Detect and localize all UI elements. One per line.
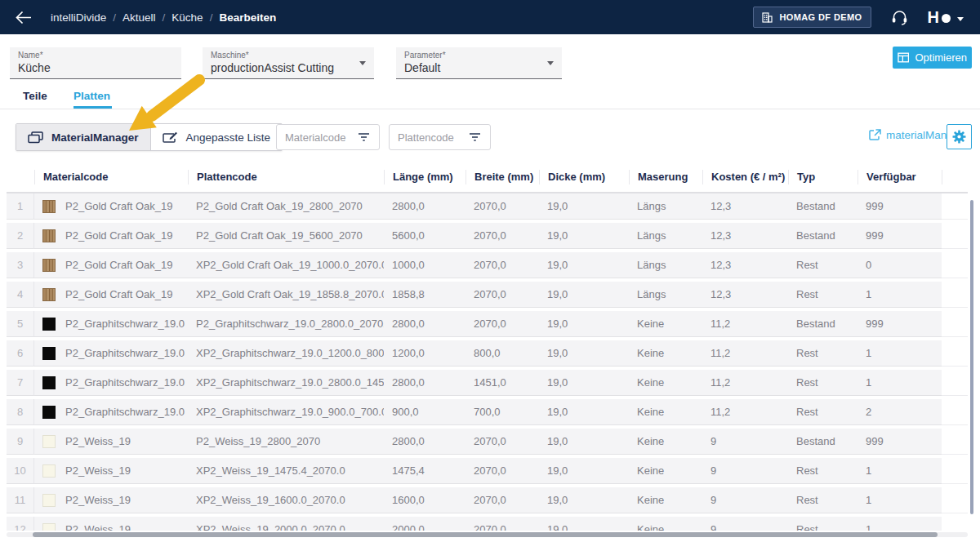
horizontal-scrollbar-track[interactable] — [7, 532, 968, 537]
tab-platten[interactable]: Platten — [74, 90, 110, 102]
material-manager-toggle[interactable]: MaterialManager — [16, 124, 151, 150]
kosten-cell: 11,2 — [702, 399, 788, 425]
verfuegbar-cell: 999 — [858, 223, 942, 249]
column-header[interactable]: Dicke (mm) — [539, 170, 629, 184]
kosten-cell: 11,2 — [702, 311, 788, 337]
materialcode-cell: P2_Gold Craft Oak_19 — [34, 193, 188, 220]
table-row[interactable]: 12P2_Weiss_19XP2_Weiss_19_2000.0_2070.02… — [7, 517, 968, 531]
verfuegbar-cell: 1 — [858, 487, 942, 513]
row-filler — [942, 223, 968, 249]
machine-select[interactable]: Maschine* productionAssist Cutting — [203, 47, 374, 79]
tab-teile[interactable]: Teile — [23, 90, 47, 102]
materialcode-filter-input[interactable] — [277, 131, 358, 144]
table-settings-button[interactable] — [947, 124, 972, 149]
typ-cell: Bestand — [788, 311, 858, 337]
name-field[interactable]: Name* Küche — [10, 47, 181, 79]
column-header[interactable]: Plattencode — [188, 170, 384, 184]
table-row[interactable]: 11P2_Weiss_19XP2_Weiss_19_1600.0_2070.01… — [7, 487, 968, 513]
table-row[interactable]: 6P2_Graphitschwarz_19.0XP2_Graphitschwar… — [7, 340, 968, 367]
column-header[interactable]: Materialcode — [34, 170, 188, 184]
typ-cell: Rest — [788, 399, 858, 425]
row-filler — [942, 370, 968, 396]
support-button[interactable] — [891, 10, 908, 25]
back-button[interactable] — [15, 9, 34, 25]
dicke-cell: 19,0 — [539, 193, 629, 220]
account-menu[interactable]: H — [928, 9, 964, 25]
row-number: 12 — [7, 517, 34, 531]
typ-cell: Rest — [788, 282, 858, 308]
vertical-scrollbar-thumb[interactable] — [970, 200, 973, 514]
breadcrumb: intelliDivide / Aktuell / Küche / Bearbe… — [51, 11, 276, 24]
material-swatch-white — [42, 435, 56, 448]
column-header[interactable]: Kosten (€ / m²) — [702, 170, 788, 184]
table-row[interactable]: 1P2_Gold Craft Oak_19P2_Gold Craft Oak_1… — [7, 193, 968, 220]
table-row[interactable]: 9P2_Weiss_19P2_Weiss_19_2800_20702800,02… — [7, 429, 968, 455]
materialcode-cell: P2_Gold Craft Oak_19 — [34, 223, 188, 249]
plattencode-cell: P2_Graphitschwarz_19.0_2800.0_2070.0 — [188, 311, 384, 337]
maserung-cell: Keine — [629, 340, 702, 367]
dicke-cell: 19,0 — [539, 429, 629, 455]
chevron-down-icon — [547, 61, 554, 65]
breite-cell: 2070,0 — [466, 517, 539, 531]
homag-logo: H — [928, 9, 939, 25]
breadcrumb-kueche[interactable]: Küche — [172, 11, 203, 24]
column-header[interactable]: Verfügbar — [858, 170, 942, 184]
verfuegbar-cell: 999 — [858, 311, 942, 337]
column-header[interactable]: Breite (mm) — [466, 170, 539, 184]
row-filler — [942, 282, 968, 308]
material-swatch-oak — [42, 288, 56, 301]
column-header[interactable]: Länge (mm) — [384, 170, 466, 184]
column-header[interactable]: Maserung — [629, 170, 702, 184]
breadcrumb-app[interactable]: intelliDivide — [51, 11, 106, 24]
filter-icon[interactable] — [469, 132, 481, 142]
row-filler — [942, 487, 968, 513]
table-row[interactable]: 10P2_Weiss_19XP2_Weiss_19_1475.4_2070.01… — [7, 458, 968, 484]
plattencode-cell: XP2_Gold Craft Oak_19_1000.0_2070.0 — [188, 252, 384, 278]
materialcode-cell: P2_Graphitschwarz_19.0 — [34, 311, 188, 337]
filter-icon[interactable] — [358, 132, 370, 142]
parameter-select[interactable]: Parameter* Default — [396, 47, 562, 79]
breadcrumb-aktuell[interactable]: Aktuell — [122, 11, 156, 24]
optimize-button[interactable]: Optimieren — [893, 47, 972, 69]
materialcode-value: P2_Graphitschwarz_19.0 — [65, 347, 185, 359]
dicke-cell: 19,0 — [539, 252, 629, 278]
materialcode-cell: P2_Weiss_19 — [34, 517, 188, 531]
table-row[interactable]: 5P2_Graphitschwarz_19.0P2_Graphitschwarz… — [7, 311, 968, 337]
materialcode-value: P2_Weiss_19 — [65, 494, 131, 506]
table-row[interactable]: 8P2_Graphitschwarz_19.0XP2_Graphitschwar… — [7, 399, 968, 425]
row-number: 9 — [7, 429, 34, 455]
custom-list-toggle-label: Angepasste Liste — [186, 131, 271, 144]
table-row[interactable]: 3P2_Gold Craft Oak_19XP2_Gold Craft Oak_… — [7, 252, 968, 278]
material-swatch-black — [42, 347, 56, 360]
laenge-cell: 2000,0 — [384, 517, 466, 531]
maserung-cell: Keine — [629, 370, 702, 396]
horizontal-scrollbar-thumb[interactable] — [33, 532, 938, 537]
plattencode-cell: XP2_Weiss_19_2000.0_2070.0 — [188, 517, 384, 531]
row-filler — [942, 429, 968, 455]
edit-list-icon — [163, 131, 178, 144]
plattencode-cell: XP2_Graphitschwarz_19.0_1200.0_800.0 — [188, 340, 384, 367]
custom-list-toggle[interactable]: Angepasste Liste — [151, 124, 283, 150]
tenant-button[interactable]: HOMAG DF DEMO — [753, 7, 871, 28]
kosten-cell: 11,2 — [702, 370, 788, 396]
laenge-cell: 1858,8 — [384, 282, 466, 308]
plattencode-cell: XP2_Weiss_19_1475.4_2070.0 — [188, 458, 384, 484]
breadcrumb-current: Bearbeiten — [219, 11, 276, 24]
plattencode-filter-input[interactable] — [390, 131, 469, 144]
cutting-layout-icon — [898, 52, 909, 63]
table-row[interactable]: 4P2_Gold Craft Oak_19XP2_Gold Craft Oak_… — [7, 282, 968, 308]
maserung-cell: Längs — [629, 193, 702, 220]
dicke-cell: 19,0 — [539, 399, 629, 425]
breadcrumb-separator: / — [210, 11, 213, 24]
material-swatch-white — [42, 494, 56, 507]
breite-cell: 700,0 — [466, 399, 539, 425]
optimize-button-label: Optimieren — [915, 51, 967, 64]
table-row[interactable]: 7P2_Graphitschwarz_19.0XP2_Graphitschwar… — [7, 370, 968, 396]
breite-cell: 2070,0 — [466, 429, 539, 455]
kosten-cell: 12,3 — [702, 282, 788, 308]
table-row[interactable]: 2P2_Gold Craft Oak_19P2_Gold Craft Oak_1… — [7, 223, 968, 249]
materialcode-value: P2_Gold Craft Oak_19 — [65, 200, 173, 212]
top-navbar: intelliDivide / Aktuell / Küche / Bearbe… — [0, 0, 980, 34]
column-header[interactable]: Typ — [788, 170, 858, 184]
plattencode-cell: XP2_Graphitschwarz_19.0_900.0_700.0 — [188, 399, 384, 425]
